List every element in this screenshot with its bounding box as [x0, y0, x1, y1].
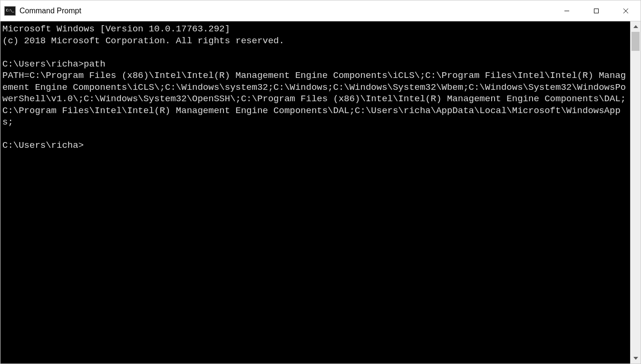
titlebar-left: Command Prompt — [4, 6, 81, 16]
scroll-track[interactable] — [631, 32, 641, 353]
chevron-down-icon — [633, 357, 638, 360]
scroll-up-button[interactable] — [631, 21, 641, 32]
close-button[interactable] — [611, 0, 641, 21]
maximize-icon — [593, 8, 599, 14]
scroll-down-button[interactable] — [631, 353, 641, 364]
path-output: PATH=C:\Program Files (x86)\Intel\Intel(… — [2, 70, 626, 127]
vertical-scrollbar[interactable] — [630, 21, 641, 364]
scroll-thumb[interactable] — [631, 32, 640, 51]
maximize-button[interactable] — [582, 0, 611, 21]
copyright-line: (c) 2018 Microsoft Corporation. All righ… — [2, 36, 284, 46]
svg-rect-1 — [594, 9, 599, 13]
window-controls — [552, 0, 641, 21]
minimize-button[interactable] — [552, 0, 582, 21]
command-1: path — [84, 59, 106, 69]
version-line: Microsoft Windows [Version 10.0.17763.29… — [2, 24, 230, 34]
prompt-1: C:\Users\richa> — [2, 59, 84, 69]
window-title: Command Prompt — [19, 7, 81, 15]
titlebar[interactable]: Command Prompt — [0, 0, 641, 21]
chevron-up-icon — [633, 25, 638, 28]
close-icon — [623, 8, 629, 14]
prompt-2: C:\Users\richa> — [2, 140, 84, 151]
console-output[interactable]: Microsoft Windows [Version 10.0.17763.29… — [0, 21, 630, 364]
cmd-app-icon — [4, 6, 16, 16]
minimize-icon — [564, 8, 570, 14]
console-area: Microsoft Windows [Version 10.0.17763.29… — [0, 21, 641, 364]
